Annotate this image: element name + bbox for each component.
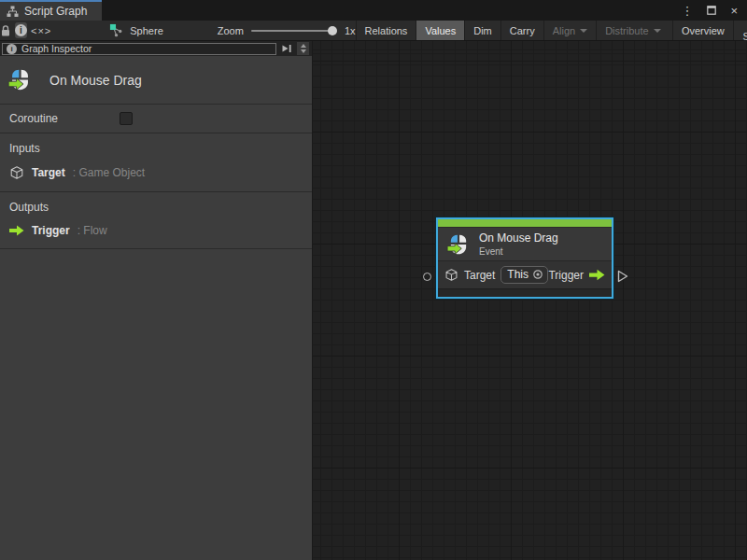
node-color-bar: [438, 219, 612, 228]
zoom-value: 1x: [345, 25, 356, 36]
stepper-down-icon[interactable]: [301, 49, 306, 53]
align-button[interactable]: Align: [543, 21, 596, 40]
zoom-slider-track[interactable]: [251, 30, 331, 32]
view-code-icon[interactable]: <×>: [31, 21, 51, 40]
node-footer: [438, 288, 612, 297]
chevron-down-icon: [580, 29, 587, 33]
distribute-button[interactable]: Distribute: [596, 21, 669, 40]
close-icon[interactable]: ×: [730, 5, 738, 17]
carry-button[interactable]: Carry: [500, 21, 543, 40]
unit-title-section: On Mouse Drag: [0, 56, 312, 105]
node-title: On Mouse Drag: [479, 231, 558, 245]
game-object-cube-icon: [9, 165, 24, 180]
values-button[interactable]: Values: [416, 21, 464, 40]
zoom-label: Zoom: [218, 25, 244, 36]
align-label: Align: [553, 25, 575, 36]
inspector-title: Graph Inspector: [21, 43, 92, 54]
outputs-heading: Outputs: [9, 201, 303, 214]
tab-label: Script Graph: [24, 5, 87, 18]
main-content: Graph Inspector: [0, 41, 747, 560]
flow-arrow-icon: [9, 225, 24, 236]
inputs-section: Inputs Target : Game Object: [0, 133, 312, 192]
inspector-title-box[interactable]: Graph Inspector: [2, 43, 276, 55]
graph-reference[interactable]: Sphere: [89, 21, 174, 40]
panel-stepper: [297, 42, 309, 55]
unit-title: On Mouse Drag: [49, 73, 142, 88]
node-output-label: Trigger: [548, 269, 584, 282]
on-mouse-drag-node[interactable]: On Mouse Drag Event Target This: [436, 217, 613, 299]
flow-arrow-icon[interactable]: [589, 269, 605, 281]
node-titles: On Mouse Drag Event: [479, 231, 558, 257]
graph-owner-label: Sphere: [130, 25, 162, 36]
inspector-header: Graph Inspector: [0, 41, 312, 56]
target-value: This: [507, 268, 529, 281]
maximize-icon[interactable]: [707, 6, 716, 15]
lock-icon[interactable]: [0, 21, 11, 40]
object-picker-icon[interactable]: [532, 269, 543, 280]
zoom-control: Zoom 1x: [175, 21, 356, 40]
chevron-down-icon: [654, 29, 661, 33]
node-output-group: Trigger: [548, 269, 605, 282]
info-icon: [7, 44, 17, 54]
coroutine-row: Coroutine: [0, 105, 312, 133]
node-ports-row: Target This Trigger: [438, 260, 612, 288]
mouse-drag-icon: [7, 67, 33, 92]
inspector-toggle-button[interactable]: [15, 22, 27, 38]
output-port-row: Trigger : Flow: [9, 224, 303, 237]
menu-icon[interactable]: ⋮: [681, 5, 693, 17]
node-input-label: Target: [464, 269, 495, 282]
graph-inspector-panel: Graph Inspector: [0, 41, 313, 560]
output-port-type: : Flow: [78, 224, 107, 237]
zoom-slider[interactable]: [251, 21, 337, 41]
zoom-slider-handle[interactable]: [328, 26, 337, 35]
tab-script-graph[interactable]: Script Graph: [0, 0, 102, 21]
coroutine-label: Coroutine: [9, 112, 120, 125]
graph-network-icon: [109, 23, 123, 37]
node-header: On Mouse Drag Event: [438, 228, 612, 260]
window-controls: ⋮ ×: [681, 0, 747, 21]
graph-toolbar: <×> Sphere Zoom 1x Relations Values Dim …: [0, 21, 747, 41]
outputs-section: Outputs Trigger : Flow: [0, 192, 312, 249]
info-icon: [15, 24, 27, 36]
relations-button[interactable]: Relations: [356, 21, 416, 40]
dim-button[interactable]: Dim: [464, 21, 500, 40]
input-port-type: : Game Object: [73, 166, 145, 179]
node-left-connection-port[interactable]: [423, 273, 431, 281]
inputs-heading: Inputs: [9, 142, 303, 155]
input-port-name: Target: [32, 166, 65, 179]
overview-button[interactable]: Overview: [672, 21, 733, 40]
node-subtitle: Event: [479, 246, 558, 257]
node-right-connection-port[interactable]: [617, 270, 628, 283]
graph-tree-icon: [7, 6, 19, 18]
dock-panel-icon[interactable]: [281, 43, 292, 54]
tab-strip: Script Graph ⋮ ×: [0, 0, 747, 21]
output-port-name: Trigger: [32, 224, 70, 237]
fullscreen-button[interactable]: Full Screen: [733, 21, 747, 40]
graph-canvas[interactable]: On Mouse Drag Event Target This: [313, 41, 747, 560]
game-object-cube-icon[interactable]: [444, 268, 458, 282]
inspector-empty-area: [0, 249, 312, 560]
input-port-row: Target : Game Object: [9, 165, 303, 180]
coroutine-checkbox[interactable]: [120, 112, 133, 125]
stepper-up-icon[interactable]: [301, 44, 306, 48]
toolbar-toggle-group: Relations Values Dim Carry Align Distrib…: [356, 21, 747, 40]
distribute-label: Distribute: [605, 25, 648, 36]
target-value-chip[interactable]: This: [500, 266, 548, 284]
mouse-drag-icon: [446, 232, 471, 257]
node-input-group: Target This: [444, 266, 548, 284]
